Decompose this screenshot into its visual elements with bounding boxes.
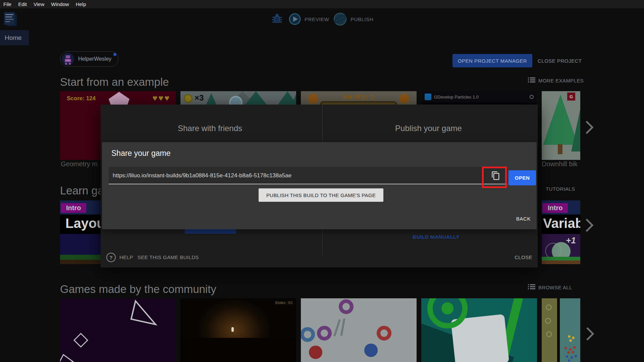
shape-outlines	[60, 298, 176, 362]
zigzag-grass	[542, 257, 580, 260]
section-title-learn: Learn ga	[60, 184, 104, 197]
more-examples-button[interactable]: MORE EXAMPLES	[528, 77, 584, 84]
play-icon	[288, 21, 301, 26]
annotation-red-box	[482, 167, 507, 188]
intro-badge: Intro	[61, 203, 86, 213]
dialog-close-button[interactable]: CLOSE	[515, 254, 532, 260]
list-icon	[528, 77, 535, 84]
community-card-hexagons[interactable]	[301, 298, 417, 362]
yellow-units	[568, 335, 571, 338]
tutorial-name: Variab	[543, 216, 580, 231]
community-card-teal[interactable]	[421, 298, 537, 362]
intro-badge: Intro	[542, 203, 568, 213]
preview-label: PREVIEW	[305, 16, 329, 22]
publish-label: PUBLISH	[351, 16, 373, 22]
open-project-manager-button[interactable]: OPEN PROJECT MANAGER	[452, 54, 532, 67]
globe-icon	[333, 21, 347, 27]
share-url-field	[109, 167, 507, 184]
browse-all-label: BROWSE ALL	[538, 285, 572, 290]
publish-button[interactable]: PUBLISH	[333, 12, 377, 26]
menu-bar: File Edit View Window Help	[0, 0, 644, 8]
tutorial-name: Layou	[65, 216, 105, 231]
more-examples-label: MORE EXAMPLES	[538, 78, 584, 83]
menu-item-edit[interactable]: Edit	[18, 1, 27, 7]
community-card-night[interactable]: Étoiles : 0/1	[180, 298, 296, 362]
list-icon	[528, 284, 535, 291]
score-label: Score: 124	[67, 95, 96, 102]
stick	[333, 319, 341, 336]
section-title-community: Games made by the community	[60, 283, 216, 296]
disc-blue	[364, 344, 378, 357]
user-chip[interactable]: HelperWesley	[60, 51, 118, 67]
back-button[interactable]: BACK	[516, 213, 531, 225]
menu-item-window[interactable]: Window	[51, 1, 69, 7]
g-badge: G	[567, 93, 575, 101]
tab-home[interactable]: Home	[0, 30, 29, 45]
hearts: ♥♥♥	[152, 93, 170, 103]
ring-purple	[339, 299, 354, 314]
puffer-fish	[399, 94, 409, 104]
tutorials-button[interactable]: TUTORIALS	[546, 186, 575, 192]
tutorials-label: TUTORIALS	[546, 186, 575, 192]
coin-multiplier: ×3	[195, 93, 204, 103]
ground-shadow	[180, 338, 296, 362]
black-divider	[557, 298, 560, 362]
ring-red	[377, 326, 391, 341]
notification-dot	[113, 53, 116, 56]
ring-purple	[317, 326, 332, 341]
particles-title: GDevelop Particles 1.0	[434, 95, 530, 100]
title-strip: Variab	[542, 215, 580, 234]
caption-downhill: Downhill bik	[542, 160, 578, 168]
logo-front-sheet	[4, 12, 15, 25]
zigzag-dirt	[542, 260, 580, 264]
menu-item-view[interactable]: View	[34, 1, 44, 7]
share-url-input[interactable]	[109, 167, 489, 184]
puffer-fish	[308, 94, 318, 104]
examples-next-button[interactable]	[584, 119, 594, 137]
browse-all-button[interactable]: BROWSE ALL	[528, 284, 572, 291]
close-project-button[interactable]: CLOSE PROJECT	[538, 54, 582, 67]
gdevelop-project-icon[interactable]	[4, 12, 17, 27]
tree-shape	[543, 95, 578, 145]
share-dialog: Share with friends Publish your game BUI…	[101, 105, 538, 267]
build-manually-link[interactable]: BUILD MANUALLY	[335, 234, 537, 240]
green-disc	[441, 302, 453, 314]
gdevelop-logo-small	[425, 94, 431, 100]
menu-item-file[interactable]: File	[3, 1, 11, 7]
community-carousel: Étoiles : 0/1	[60, 298, 580, 362]
tab-publish-your-game[interactable]: Publish your game	[319, 115, 538, 142]
ring-blue	[301, 327, 315, 342]
tree-shape	[206, 93, 217, 106]
share-panel: Share your game OPEN PUBLISH THIS BUILD …	[102, 142, 537, 229]
coin-icon	[184, 94, 193, 103]
preview-button[interactable]: PREVIEW	[288, 13, 332, 26]
help-link[interactable]: HELP	[119, 254, 133, 260]
tab-share-with-friends[interactable]: Share with friends	[101, 115, 319, 142]
username-label: HelperWesley	[78, 56, 111, 62]
help-icon[interactable]	[106, 253, 116, 262]
example-card-downhill[interactable]: G	[542, 91, 580, 160]
particles-header: GDevelop Particles 1.0	[421, 91, 537, 103]
tiny-character	[231, 327, 234, 332]
stick	[340, 318, 345, 336]
share-panel-title: Share your game	[111, 149, 170, 158]
caption-geometry-monster: Geometry m	[61, 160, 98, 168]
blue-units	[566, 355, 568, 358]
tutorials-next-button[interactable]	[584, 217, 594, 235]
community-next-button[interactable]	[584, 326, 595, 343]
menu-item-help[interactable]: Help	[76, 1, 86, 7]
info-icon	[530, 95, 534, 99]
open-game-button[interactable]: OPEN	[508, 170, 536, 185]
trunk-shape	[558, 144, 562, 154]
tutorial-card-variables[interactable]: Intro Variab +1	[542, 200, 580, 264]
publish-build-button[interactable]: PUBLISH THIS BUILD TO THE GAME'S PAGE	[259, 188, 383, 202]
section-title-examples: Start from an example	[60, 76, 169, 88]
avatar	[62, 53, 74, 65]
red-units	[565, 347, 567, 349]
community-card-battle[interactable]	[542, 298, 580, 362]
generate-link-button-sliver	[185, 229, 236, 234]
olive-strip	[542, 298, 557, 362]
community-card-shapes[interactable]	[60, 298, 176, 362]
debug-bug-icon[interactable]	[270, 13, 284, 27]
see-builds-link[interactable]: SEE THIS GAME BUILDS	[138, 254, 199, 260]
